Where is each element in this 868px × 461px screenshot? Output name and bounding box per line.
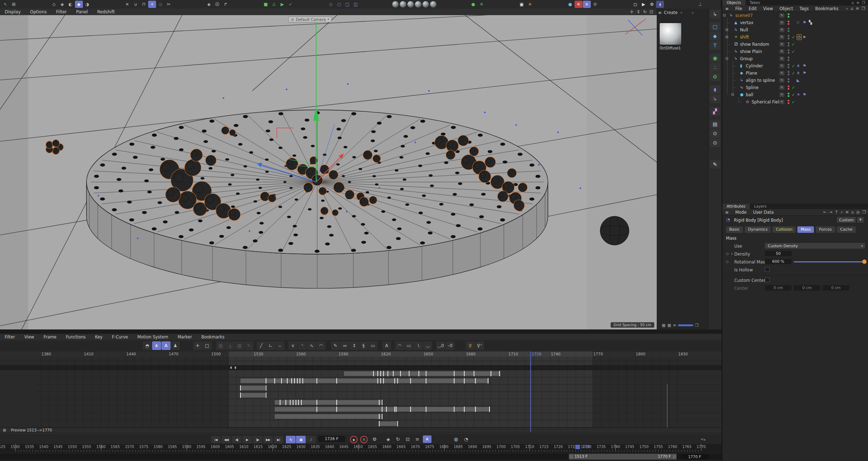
visibility-dot-render[interactable] [788, 74, 789, 75]
mouse-rotate-button[interactable]: ◔ [462, 435, 470, 443]
keyframe-tick[interactable] [280, 400, 280, 405]
play-button[interactable]: ▶ [242, 435, 252, 444]
keyframe-tick[interactable] [382, 407, 382, 412]
attributes-menu-user-data[interactable]: User Data [750, 210, 776, 215]
keyframe-tick[interactable] [298, 400, 299, 405]
keyframe-tick[interactable] [302, 378, 303, 384]
object-name[interactable]: show Random [740, 41, 769, 48]
visibility-dot-editor[interactable] [788, 93, 789, 94]
resize-timeline-icon[interactable]: ↖↘ [699, 435, 707, 443]
mode-edges-icon[interactable]: ◑ [83, 1, 91, 8]
roller-icon[interactable]: ▭ [368, 341, 377, 350]
keyframe-tick[interactable] [426, 378, 426, 384]
keyframe-tick[interactable] [426, 407, 426, 412]
tree-row-show-plain[interactable]: ↳show Plain✎✓ [722, 48, 868, 55]
keyframe-tick[interactable] [382, 400, 382, 405]
lock-time-icon[interactable]: ↔ [340, 341, 349, 350]
mode-model-icon[interactable]: ◈ [58, 1, 66, 8]
range-left-grip[interactable] [570, 455, 572, 458]
display-tag[interactable]: ⚑ [803, 62, 806, 70]
keyframe-tick[interactable] [396, 407, 397, 412]
create-camera-tool[interactable]: ⊙ [710, 129, 720, 138]
visibility-dot-editor[interactable] [788, 35, 789, 37]
timeline-marker-rows[interactable] [0, 357, 722, 365]
panel-icon[interactable]: ❐ [862, 6, 865, 11]
list-icon[interactable]: ≡ [856, 1, 859, 5]
track-row-1[interactable] [37, 377, 722, 385]
playhead-line[interactable] [530, 351, 531, 432]
back-icon[interactable]: ← [823, 210, 826, 214]
viewport-3d[interactable] [0, 15, 657, 329]
mode-workplane-icon[interactable]: ◐ [67, 1, 75, 8]
layer-chip[interactable]: ✎ [779, 13, 784, 18]
objects-menu-object[interactable]: Object [776, 6, 796, 11]
keyframe-tick[interactable] [373, 371, 374, 376]
keyframe-tick[interactable] [454, 407, 455, 412]
sound-button[interactable]: ♪ [306, 435, 316, 444]
keyframe-tick[interactable] [316, 400, 317, 405]
smooth-icon[interactable]: ⌣ [275, 341, 284, 350]
material-sphere-icon[interactable] [400, 1, 406, 8]
timeline-menu-f-curve[interactable]: F-Curve [107, 334, 133, 340]
home-icon[interactable]: ⌂ [851, 6, 853, 11]
keyframe-tick[interactable] [383, 378, 384, 384]
keyframe-tick[interactable] [394, 407, 395, 412]
loop-button[interactable]: ↻ [285, 435, 296, 444]
create-primitive-tool[interactable]: ◆ [710, 32, 720, 40]
phong-tag[interactable]: ⋔ [797, 70, 800, 77]
visibility-dot-render[interactable] [788, 16, 789, 18]
tree-row-scene07[interactable]: ⊟↳scene07✎ [722, 12, 868, 19]
field-input[interactable]: 50 [765, 251, 792, 256]
axis-icon[interactable]: ✕ [123, 1, 131, 8]
spline-interp-icon[interactable]: ∿ [307, 341, 316, 350]
key-parameter-button[interactable]: ≡ [413, 435, 422, 443]
frame-ruler[interactable]: 1525153015351540154515501555156015651570… [0, 444, 722, 453]
range-slider[interactable]: 1513 F 1770 F [569, 454, 677, 460]
track-row-6[interactable] [37, 413, 722, 420]
phong-tag[interactable]: ⋔ [797, 62, 800, 70]
hamburger-icon[interactable]: ≡ [722, 210, 732, 215]
visibility-dot-editor[interactable] [788, 49, 789, 51]
keyframe-tick[interactable] [240, 393, 241, 398]
tree-row-spherical-field[interactable]: ⊖Spherical Field✎✓ [722, 98, 868, 106]
toggle-view-icon[interactable]: ⊡ [650, 9, 653, 14]
timeline-menu-frame[interactable]: Frame [39, 334, 61, 340]
keyframe-tick[interactable] [287, 378, 288, 384]
next-key-button[interactable]: ▶▶ [263, 435, 273, 444]
layer-chip[interactable]: ✎ [779, 78, 784, 83]
object-name[interactable]: show Plain [740, 48, 762, 55]
timeline-ruler[interactable]: 1380141014401470150015301560159016201650… [0, 351, 722, 357]
viewport-menu-redshift[interactable]: Redshift [93, 9, 120, 14]
keyframe-tick[interactable] [475, 407, 476, 412]
viewport-menu-panel[interactable]: Panel [71, 9, 92, 14]
object-name[interactable]: align to spline [746, 77, 775, 84]
target-icon[interactable]: ◎ [856, 210, 860, 214]
keyframe-tick[interactable] [336, 407, 337, 412]
keyframe-tick[interactable] [336, 378, 337, 384]
coord-system-icon[interactable]: ⊥ [696, 1, 704, 8]
mograph-cluster-icon[interactable]: ✳ [478, 1, 486, 8]
magnet-icon[interactable]: ∪ [132, 1, 140, 8]
create-spline-tool[interactable]: □ [710, 22, 720, 31]
hierarchy-mode-icon[interactable]: ⋔ [152, 341, 161, 350]
visibility-dot-render[interactable] [788, 59, 789, 61]
object-name[interactable]: Spherical Field [752, 98, 782, 106]
expand-arrow-icon[interactable]: › [731, 251, 733, 256]
enabled-check-icon[interactable]: ✓ [792, 91, 795, 98]
create-edit-tool[interactable]: ✎ [710, 160, 720, 169]
collapse-icon[interactable]: ⊟ [731, 91, 734, 98]
keyframe-tick[interactable] [290, 400, 291, 405]
tree-row-ball[interactable]: ⊟●ball✎✓✳⚑ [722, 91, 868, 98]
collapse-icon[interactable]: ⊟ [725, 55, 728, 62]
keyframe-tick[interactable] [281, 378, 282, 384]
display-tag[interactable]: ⚑ [803, 19, 806, 26]
key-pla-button[interactable]: ✕ [423, 435, 431, 443]
keyframe-tick[interactable] [400, 371, 401, 376]
material-sphere-icon[interactable] [430, 1, 437, 8]
vertex-map-tag[interactable]: ∷ [797, 19, 799, 26]
keyframe-tick[interactable] [410, 378, 411, 384]
expand-icon[interactable]: ⊞ [725, 26, 728, 34]
field-input-y[interactable]: 0 cm [794, 285, 820, 291]
material-sphere-icon[interactable] [392, 1, 399, 8]
object-name[interactable]: Spline [746, 84, 758, 91]
